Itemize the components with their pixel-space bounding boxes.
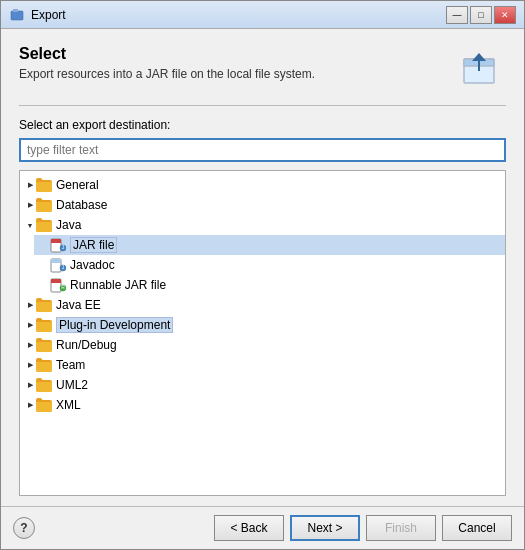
arrow-run-debug — [24, 339, 36, 351]
minimize-button[interactable]: — — [446, 6, 468, 24]
window-controls: — □ ✕ — [446, 6, 516, 24]
tree-label-run-debug: Run/Debug — [56, 338, 117, 352]
svg-rect-15 — [51, 279, 61, 283]
titlebar: Export — □ ✕ — [1, 1, 524, 29]
tree-item-java-ee[interactable]: Java EE — [20, 295, 505, 315]
dialog-description: Export resources into a JAR file on the … — [19, 67, 315, 81]
arrow-xml — [24, 399, 36, 411]
svg-rect-0 — [11, 11, 23, 20]
tree-label-java: Java — [56, 218, 81, 232]
tree-item-general[interactable]: General — [20, 175, 505, 195]
tree-view[interactable]: General Database Java J — [19, 170, 506, 496]
javadoc-icon: J — [50, 257, 66, 273]
tree-label-jar-file: JAR file — [70, 237, 117, 253]
arrow-general — [24, 179, 36, 191]
svg-rect-11 — [51, 259, 61, 263]
arrow-java — [24, 219, 36, 231]
dialog-content: Select Export resources into a JAR file … — [1, 29, 524, 506]
svg-rect-1 — [13, 9, 18, 12]
tree-item-jar-file[interactable]: J JAR file — [34, 235, 505, 255]
maximize-button[interactable]: □ — [470, 6, 492, 24]
export-dialog: Export — □ ✕ Select Export resources int… — [0, 0, 525, 550]
tree-item-javadoc[interactable]: J Javadoc — [34, 255, 505, 275]
runnable-jar-icon: R — [50, 277, 66, 293]
tree-label-uml2: UML2 — [56, 378, 88, 392]
next-button[interactable]: Next > — [290, 515, 360, 541]
finish-button[interactable]: Finish — [366, 515, 436, 541]
arrow-runnable-jar — [38, 279, 50, 291]
folder-icon-xml — [36, 398, 52, 412]
tree-label-general: General — [56, 178, 99, 192]
folder-icon-general — [36, 178, 52, 192]
folder-icon-team — [36, 358, 52, 372]
cancel-button[interactable]: Cancel — [442, 515, 512, 541]
tree-item-uml2[interactable]: UML2 — [20, 375, 505, 395]
back-button[interactable]: < Back — [214, 515, 284, 541]
window-icon — [9, 7, 25, 23]
arrow-uml2 — [24, 379, 36, 391]
arrow-plugin-dev — [24, 319, 36, 331]
help-button[interactable]: ? — [13, 517, 35, 539]
header-text: Select Export resources into a JAR file … — [19, 45, 315, 81]
tree-item-java[interactable]: Java — [20, 215, 505, 235]
tree-item-team[interactable]: Team — [20, 355, 505, 375]
tree-item-xml[interactable]: XML — [20, 395, 505, 415]
folder-icon-java-ee — [36, 298, 52, 312]
filter-label: Select an export destination: — [19, 118, 506, 132]
tree-item-plugin-dev[interactable]: Plug-in Development — [20, 315, 505, 335]
arrow-jar-file — [38, 239, 50, 251]
tree-item-run-debug[interactable]: Run/Debug — [20, 335, 505, 355]
tree-label-plugin-dev: Plug-in Development — [56, 317, 173, 333]
tree-label-runnable-jar: Runnable JAR file — [70, 278, 166, 292]
folder-icon-run-debug — [36, 338, 52, 352]
filter-input[interactable] — [19, 138, 506, 162]
bottom-bar: ? < Back Next > Finish Cancel — [1, 506, 524, 549]
export-icon — [458, 45, 506, 93]
arrow-java-ee — [24, 299, 36, 311]
jar-file-icon: J — [50, 237, 66, 253]
close-button[interactable]: ✕ — [494, 6, 516, 24]
header-divider — [19, 105, 506, 106]
header-section: Select Export resources into a JAR file … — [19, 45, 506, 93]
tree-label-javadoc: Javadoc — [70, 258, 115, 272]
arrow-team — [24, 359, 36, 371]
arrow-javadoc — [38, 259, 50, 271]
svg-rect-7 — [51, 239, 61, 243]
window-title: Export — [31, 8, 446, 22]
tree-label-java-ee: Java EE — [56, 298, 101, 312]
folder-icon-java — [36, 218, 52, 232]
folder-icon-database — [36, 198, 52, 212]
arrow-database — [24, 199, 36, 211]
folder-icon-plugin-dev — [36, 318, 52, 332]
folder-icon-uml2 — [36, 378, 52, 392]
tree-item-database[interactable]: Database — [20, 195, 505, 215]
tree-label-xml: XML — [56, 398, 81, 412]
dialog-title: Select — [19, 45, 315, 63]
tree-label-database: Database — [56, 198, 107, 212]
tree-label-team: Team — [56, 358, 85, 372]
tree-item-runnable-jar[interactable]: R Runnable JAR file — [34, 275, 505, 295]
svg-marker-5 — [472, 53, 486, 61]
svg-text:R: R — [61, 284, 65, 290]
